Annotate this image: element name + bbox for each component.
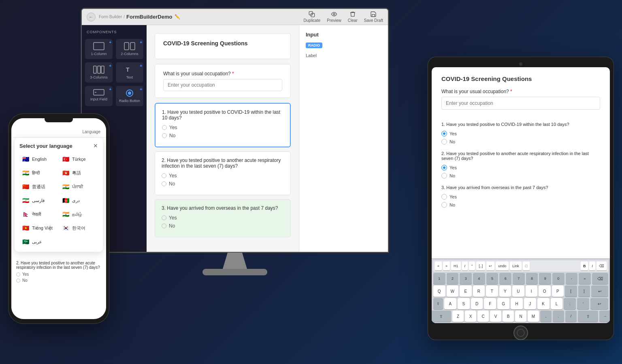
phone-radio-no[interactable] bbox=[16, 279, 20, 283]
lang-item-vietnamese[interactable]: 🇻🇳 Tiếng Việt bbox=[19, 223, 58, 233]
key-9[interactable]: 9 bbox=[539, 273, 551, 284]
key-return[interactable]: ↩ bbox=[486, 262, 494, 270]
edit-icon[interactable]: ✏️ bbox=[175, 14, 180, 19]
duplicate-button[interactable]: Duplicate bbox=[304, 11, 321, 23]
key-h[interactable]: H bbox=[511, 298, 523, 309]
key-i[interactable]: I bbox=[526, 285, 538, 297]
key-s[interactable]: S bbox=[458, 298, 470, 309]
lang-item-punjabi[interactable]: 🇮🇳 ਪੰਜਾਬੀ bbox=[60, 181, 98, 192]
radio-no-2[interactable] bbox=[162, 181, 166, 186]
radio-yes-2[interactable] bbox=[162, 173, 166, 178]
question-2-option-no[interactable]: No bbox=[162, 181, 284, 187]
key-enter[interactable]: ↩ bbox=[591, 285, 608, 297]
lang-item-farsi[interactable]: 🇮🇷 فارسی bbox=[19, 195, 58, 206]
occupation-input[interactable] bbox=[163, 79, 282, 91]
clear-button[interactable]: Clear bbox=[348, 11, 358, 23]
radio-no-1[interactable] bbox=[162, 133, 167, 138]
lang-item-arabic[interactable]: 🇸🇦 عربی bbox=[19, 236, 58, 247]
tablet-q2-option-yes[interactable]: Yes bbox=[441, 165, 600, 170]
save-draft-button[interactable]: Save Draft bbox=[364, 11, 383, 23]
key-f[interactable]: F bbox=[484, 298, 496, 309]
lang-item-dari[interactable]: 🇦🇫 دری bbox=[60, 195, 98, 206]
question-block-2[interactable]: 2. Have you tested positive to another a… bbox=[155, 151, 291, 195]
question-block-1[interactable]: 1. Have you tested positive to COVID-19 … bbox=[155, 103, 291, 147]
tablet-q3-option-no[interactable]: No bbox=[441, 202, 600, 208]
radio-no-3[interactable] bbox=[162, 224, 166, 228]
lang-item-hindi[interactable]: 🇮🇳 हिन्दी bbox=[19, 168, 58, 178]
key-shift-left[interactable]: ⇧ bbox=[432, 311, 451, 322]
key-lbracket[interactable]: [ bbox=[565, 285, 577, 297]
key-r[interactable]: R bbox=[473, 285, 485, 297]
sidebar-item-radio-button[interactable]: + Radio Button bbox=[116, 86, 143, 106]
key-p[interactable]: P bbox=[552, 285, 564, 297]
sidebar-item-2columns[interactable]: + 2-Columns bbox=[116, 39, 143, 59]
question-1-option-no[interactable]: No bbox=[162, 133, 283, 138]
key-w[interactable]: W bbox=[447, 285, 459, 297]
key-slash[interactable]: / bbox=[565, 311, 577, 322]
tablet-q3-option-yes[interactable]: Yes bbox=[441, 194, 600, 200]
preview-button[interactable]: Preview bbox=[327, 11, 341, 23]
key-q[interactable]: Q bbox=[433, 285, 445, 297]
tablet-radio-q2-no[interactable] bbox=[441, 173, 447, 179]
key-j[interactable]: J bbox=[524, 298, 536, 309]
lang-item-english[interactable]: 🇦🇺 English bbox=[19, 154, 58, 164]
key-comma[interactable]: , bbox=[540, 311, 552, 322]
key-1[interactable]: 1 bbox=[433, 273, 445, 284]
tablet-radio-q1-no[interactable] bbox=[441, 139, 447, 145]
tablet-radio-q1-yes[interactable] bbox=[441, 131, 447, 136]
sidebar-item-input-field[interactable]: + Input Field bbox=[85, 86, 113, 106]
tablet-q1-option-no[interactable]: No bbox=[441, 139, 600, 145]
key-capslock[interactable]: ⇪ bbox=[433, 298, 443, 309]
key-3[interactable]: 3 bbox=[460, 273, 472, 284]
sidebar-item-3columns[interactable]: + 3-Columns bbox=[85, 62, 113, 83]
key-backspace[interactable]: ⌫ bbox=[596, 262, 607, 270]
question-3-option-yes[interactable]: Yes bbox=[162, 215, 284, 221]
key-bracket[interactable]: [..] bbox=[476, 262, 485, 270]
key-b[interactable]: B bbox=[503, 311, 514, 322]
lang-item-korean[interactable]: 🇰🇷 한국어 bbox=[60, 223, 98, 233]
modal-close-button[interactable]: ✕ bbox=[93, 143, 98, 149]
sidebar-item-text[interactable]: + T Text bbox=[116, 62, 143, 83]
lang-item-nepali[interactable]: 🇳🇵 नेपाली bbox=[19, 209, 58, 219]
key-m[interactable]: M bbox=[528, 311, 539, 322]
key-5[interactable]: 5 bbox=[486, 273, 498, 284]
key-6[interactable]: 6 bbox=[499, 273, 511, 284]
back-button[interactable]: ← bbox=[87, 13, 96, 21]
key-y[interactable]: Y bbox=[499, 285, 511, 297]
key-quote[interactable]: " bbox=[469, 262, 475, 270]
key-enter2[interactable]: ↩ bbox=[590, 298, 608, 309]
key-v[interactable]: V bbox=[490, 311, 501, 322]
phone-radio-yes[interactable] bbox=[16, 272, 20, 277]
question-2-option-yes[interactable]: Yes bbox=[162, 173, 284, 179]
tablet-occupation-input[interactable] bbox=[441, 97, 600, 110]
tablet-radio-q2-yes[interactable] bbox=[441, 165, 447, 170]
key-x[interactable]: X bbox=[465, 311, 476, 322]
key-d[interactable]: D bbox=[471, 298, 483, 309]
key-italic2[interactable]: I bbox=[589, 262, 595, 270]
key-h1[interactable]: H1 bbox=[451, 262, 461, 270]
lang-item-mandarin[interactable]: 🇨🇳 普通话 bbox=[19, 181, 58, 192]
key-c[interactable]: C bbox=[477, 311, 489, 322]
key-arrow-right-kb[interactable]: → bbox=[599, 311, 610, 322]
radio-yes-3[interactable] bbox=[162, 215, 166, 220]
key-u[interactable]: U bbox=[512, 285, 524, 297]
tablet-q2-option-no[interactable]: No bbox=[441, 173, 600, 179]
tablet-q1-option-yes[interactable]: Yes bbox=[441, 131, 600, 136]
key-4[interactable]: 4 bbox=[473, 273, 485, 284]
key-equals[interactable]: = bbox=[579, 273, 591, 284]
key-a[interactable]: A bbox=[444, 298, 456, 309]
key-quote-key[interactable]: ' bbox=[577, 298, 589, 309]
lang-item-cantonese[interactable]: 🇭🇰 粵語 bbox=[60, 168, 98, 178]
question-1-option-yes[interactable]: Yes bbox=[162, 125, 283, 130]
key-n[interactable]: N bbox=[515, 311, 526, 322]
key-period[interactable]: . bbox=[553, 311, 564, 322]
tablet-radio-q3-yes[interactable] bbox=[441, 194, 447, 200]
key-delete[interactable]: ⌫ bbox=[592, 273, 608, 284]
phone-option-no[interactable]: No bbox=[11, 278, 106, 283]
key-t[interactable]: T bbox=[486, 285, 498, 297]
key-rbracket[interactable]: ] bbox=[578, 285, 590, 297]
key-0[interactable]: 0 bbox=[552, 273, 564, 284]
lang-item-tamil[interactable]: 🇮🇳 தமிழ் bbox=[60, 209, 98, 219]
key-e[interactable]: E bbox=[460, 285, 472, 297]
question-3-option-no[interactable]: No bbox=[162, 223, 284, 229]
